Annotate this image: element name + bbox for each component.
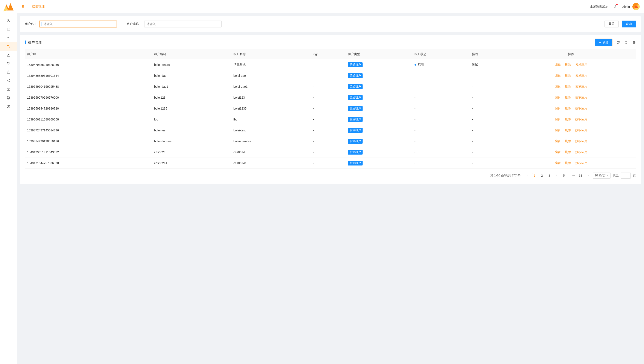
cell-status: -: [412, 158, 470, 169]
delete-link[interactable]: 删除: [565, 74, 571, 77]
cell-name: bolei-dao-test: [232, 136, 311, 147]
search-panel: 租户名 : 租户编码 : 重置 查询: [20, 16, 641, 32]
pagination-page-5[interactable]: 5: [561, 173, 566, 178]
input-cursor-indicator: [41, 22, 42, 26]
query-button[interactable]: 查询: [622, 20, 636, 28]
edit-link[interactable]: 编辑: [555, 106, 561, 110]
edit-link[interactable]: 编辑: [555, 161, 561, 165]
edit-link[interactable]: 编辑: [555, 96, 561, 99]
authorize-link[interactable]: 授权应用: [575, 128, 587, 132]
cell-desc: -: [470, 81, 506, 92]
table-row: 1539486889516601344bolei-daobolei-dao-普通…: [25, 70, 636, 81]
svg-point-6: [8, 62, 9, 64]
pagination-last[interactable]: 38: [578, 173, 583, 178]
nav-user-icon[interactable]: [0, 16, 17, 25]
delete-link[interactable]: 删除: [565, 128, 571, 132]
nav-money-icon[interactable]: [0, 102, 17, 110]
edit-link[interactable]: 编辑: [555, 63, 561, 66]
nav-workflow-icon[interactable]: [0, 42, 17, 50]
nav-print-icon[interactable]: [0, 94, 17, 102]
notification-bell-icon[interactable]: [613, 4, 617, 9]
cell-desc: -: [470, 158, 506, 169]
pagination-prev[interactable]: [525, 173, 530, 178]
cell-type: 普通租户: [346, 103, 412, 114]
nav-users-icon[interactable]: [0, 59, 17, 68]
username-label[interactable]: admin: [622, 5, 630, 8]
edit-link[interactable]: 编辑: [555, 85, 561, 88]
topbar: 权限管理 全屏数据展示 admin: [17, 0, 644, 13]
cell-code: bolei-dao-test: [152, 136, 232, 147]
edit-link[interactable]: 编辑: [555, 128, 561, 132]
delete-link[interactable]: 删除: [565, 96, 571, 99]
pagination-next[interactable]: [585, 173, 590, 178]
pagination-page-2[interactable]: 2: [539, 173, 545, 178]
nav-scatter-icon[interactable]: [0, 50, 17, 59]
cell-name: ces0624: [232, 147, 311, 158]
cell-type: 普通租户: [346, 81, 412, 92]
delete-link[interactable]: 删除: [565, 106, 571, 110]
collapse-menu-icon[interactable]: [21, 4, 25, 9]
edit-link[interactable]: 编辑: [555, 150, 561, 154]
new-button[interactable]: 新建: [595, 39, 612, 46]
authorize-link[interactable]: 授权应用: [575, 96, 587, 99]
pagination-info: 第 1-10 条/总共 377 条: [490, 174, 521, 178]
cell-code: bolei-dao1: [152, 81, 232, 92]
authorize-link[interactable]: 授权应用: [575, 150, 587, 154]
pagination-page-4[interactable]: 4: [554, 173, 559, 178]
pagination-ellipsis[interactable]: •••: [571, 173, 576, 178]
authorize-link[interactable]: 授权应用: [575, 106, 587, 110]
svg-point-2: [9, 29, 10, 29]
tenant-code-label: 租户编码 :: [127, 22, 140, 26]
tab-permission-management[interactable]: 权限管理: [31, 0, 46, 13]
nav-card-icon[interactable]: [0, 25, 17, 34]
nav-edit-icon[interactable]: [0, 68, 17, 76]
delete-link[interactable]: 删除: [565, 63, 571, 66]
delete-link[interactable]: 删除: [565, 161, 571, 165]
tenant-code-input[interactable]: [144, 20, 222, 28]
cell-logo: -: [311, 147, 346, 158]
authorize-link[interactable]: 授权应用: [575, 63, 587, 66]
cell-type: 普通租户: [346, 147, 412, 158]
authorize-link[interactable]: 授权应用: [575, 161, 587, 165]
cell-id: 1539486889516601344: [25, 70, 152, 81]
cell-name: lbc: [232, 114, 311, 125]
nav-calendar-icon[interactable]: [0, 85, 17, 94]
reset-button[interactable]: 重置: [604, 20, 619, 28]
cell-name: bolei123: [232, 92, 311, 103]
tenant-name-input[interactable]: [40, 20, 117, 28]
authorize-link[interactable]: 授权应用: [575, 118, 587, 121]
tenant-name-label: 租户名 :: [25, 22, 36, 26]
edit-link[interactable]: 编辑: [555, 139, 561, 143]
delete-link[interactable]: 删除: [565, 85, 571, 88]
nav-share-icon[interactable]: [0, 76, 17, 85]
cell-logo: -: [311, 114, 346, 125]
pagination-page-1[interactable]: 1: [532, 173, 537, 178]
pagination-page-size-select[interactable]: 10 条/页: [593, 172, 610, 178]
column-height-icon[interactable]: [624, 41, 628, 44]
cell-logo: -: [311, 81, 346, 92]
cell-ops: 编辑|删除|授权应用: [506, 70, 636, 81]
authorize-link[interactable]: 授权应用: [575, 85, 587, 88]
svg-point-9: [9, 79, 10, 80]
cell-name: 博赢测试: [232, 60, 311, 70]
delete-link[interactable]: 删除: [565, 139, 571, 143]
cell-logo: -: [311, 136, 346, 147]
nav-chart-icon[interactable]: [0, 34, 17, 42]
pagination-page-3[interactable]: 3: [547, 173, 552, 178]
cell-id: 1540171344757526528: [25, 158, 152, 169]
delete-link[interactable]: 删除: [565, 150, 571, 154]
pagination-jump-input[interactable]: [621, 172, 631, 178]
cell-id: 1539566211589869568: [25, 114, 152, 125]
cell-status: -: [412, 92, 470, 103]
settings-icon[interactable]: [632, 41, 636, 44]
edit-link[interactable]: 编辑: [555, 74, 561, 77]
fullscreen-data-link[interactable]: 全屏数据展示: [590, 5, 608, 8]
edit-link[interactable]: 编辑: [555, 118, 561, 121]
authorize-link[interactable]: 授权应用: [575, 74, 587, 77]
avatar[interactable]: [632, 3, 640, 10]
delete-link[interactable]: 删除: [565, 118, 571, 121]
refresh-icon[interactable]: [616, 41, 620, 44]
cell-ops: 编辑|删除|授权应用: [506, 158, 636, 169]
cell-id: 1539559344729886720: [25, 103, 152, 114]
authorize-link[interactable]: 授权应用: [575, 139, 587, 143]
